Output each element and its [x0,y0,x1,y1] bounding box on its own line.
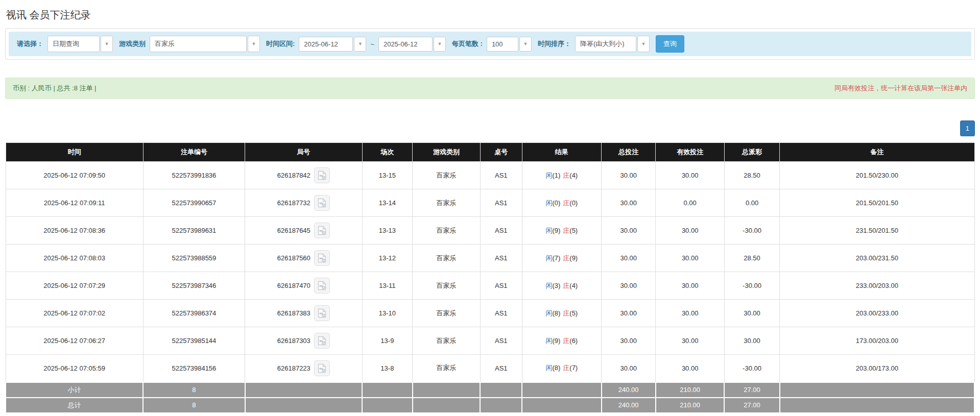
query-type-value[interactable]: 日期查询 [47,36,100,52]
bet-records-table: 时间 注单编号 局号 场次 游戏类别 桌号 结果 总投注 有效投注 总派彩 备注… [5,142,975,413]
total-total-bet: 240.00 [602,398,656,413]
cell-round-id: 626187470 [245,272,363,300]
cell-remark: 201.50/230.00 [780,162,974,189]
video-replay-button[interactable] [314,250,330,266]
game-type-select[interactable]: 百家乐 ▼ [150,36,260,52]
cell-valid-bet: 30.00 [656,162,725,189]
page-1-button[interactable]: 1 [960,120,975,136]
video-replay-button[interactable] [314,305,330,321]
table-row: 2025-06-12 07:07:02 522573986374 6261873… [6,300,974,327]
video-replay-button[interactable] [314,360,330,376]
cell-remark: 203.00/233.00 [780,300,974,327]
date-from-picker[interactable]: 2025-06-12 ▼ [299,37,366,52]
cell-bet-id: 522573987346 [143,272,245,300]
total-bet-link[interactable]: 30.00 [602,217,656,244]
chevron-down-icon[interactable]: ▼ [354,37,366,52]
cell-table-no: AS1 [480,272,522,300]
cell-bet-id: 522573988559 [143,244,245,272]
banker-label: 庄 [563,309,569,317]
summary-warning-note: 同局有效投注，统一计算在该局第一张注单内 [834,84,967,93]
cell-payout: 0.00 [724,189,779,217]
cell-session: 13-11 [362,272,413,300]
round-id-value: 626187223 [277,364,310,372]
video-replay-button[interactable] [314,223,330,238]
cell-table-no: AS1 [480,327,522,355]
empty-cell [780,398,974,413]
game-type-value[interactable]: 百家乐 [150,36,247,52]
cell-bet-id: 522573985144 [143,327,245,355]
cell-payout: -30.00 [724,355,779,382]
video-replay-button[interactable] [314,167,330,183]
chevron-down-icon[interactable]: ▼ [248,36,260,52]
subtotal-payout: 27.00 [724,382,779,398]
cell-table-no: AS1 [480,355,522,382]
video-replay-button[interactable] [314,333,330,349]
total-bet-link[interactable]: 30.00 [602,162,656,189]
video-file-icon [318,253,326,263]
banker-label: 庄 [563,227,569,234]
search-button[interactable]: 查询 [656,35,684,53]
page: 视讯 会员下注纪录 请选择： 日期查询 ▼ 游戏类别 百家乐 ▼ 时间区间: 2… [0,0,980,416]
cell-session: 13-12 [362,244,413,272]
cell-table-no: AS1 [480,244,522,272]
header-valid-bet: 有效投注 [656,143,725,162]
total-bet-link[interactable]: 30.00 [602,300,656,327]
cell-remark: 231.50/201.50 [780,217,974,244]
empty-cell [413,398,481,413]
banker-score: (6) [569,337,578,345]
header-remark: 备注 [780,143,974,162]
round-id-value: 626187470 [277,282,310,289]
cell-valid-bet: 30.00 [656,300,725,327]
round-id-value: 626187383 [277,309,310,317]
cell-table-no: AS1 [480,162,522,189]
time-sort-label: 时间排序： [538,39,571,48]
chevron-down-icon[interactable]: ▼ [637,36,650,52]
round-id-value: 626187560 [277,254,310,262]
subtotal-valid-bet: 210.00 [656,382,725,398]
time-sort-select[interactable]: 降幂(由大到小) ▼ [575,36,650,52]
cell-valid-bet: 30.00 [656,244,725,272]
time-sort-value[interactable]: 降幂(由大到小) [575,36,636,52]
total-bet-link[interactable]: 30.00 [602,189,656,217]
date-to-value[interactable]: 2025-06-12 [378,37,433,52]
header-time: 时间 [6,143,143,162]
cell-game-type: 百家乐 [413,272,481,300]
banker-label: 庄 [563,172,569,179]
query-type-label: 请选择： [17,39,43,48]
chevron-down-icon[interactable]: ▼ [519,37,532,52]
table-row: 2025-06-12 07:09:11 522573990657 6261877… [6,189,974,217]
header-table-no: 桌号 [480,143,522,162]
cell-remark: 203.00/173.00 [780,355,974,382]
cell-game-type: 百家乐 [413,244,481,272]
page-size-select[interactable]: 100 ▼ [487,37,532,52]
player-score: (1) [552,172,560,179]
subtotal-label: 小计 [6,382,143,398]
query-type-select[interactable]: 日期查询 ▼ [47,36,113,52]
cell-result: 闲(9)庄(5) [522,217,602,244]
round-id-value: 626187842 [277,172,310,179]
cell-valid-bet: 0.00 [656,189,725,217]
video-replay-button[interactable] [314,195,330,211]
page-size-value[interactable]: 100 [487,37,518,52]
total-bet-link[interactable]: 30.00 [602,327,656,355]
video-replay-button[interactable] [314,278,330,293]
subtotal-count: 8 [143,382,245,398]
chevron-down-icon[interactable]: ▼ [434,37,446,52]
date-from-value[interactable]: 2025-06-12 [299,37,353,52]
video-file-icon [318,198,326,208]
date-to-picker[interactable]: 2025-06-12 ▼ [378,37,446,52]
chevron-down-icon[interactable]: ▼ [101,36,113,52]
header-total-bet: 总投注 [602,143,656,162]
total-bet-link[interactable]: 30.00 [602,244,656,272]
total-bet-link[interactable]: 30.00 [602,272,656,300]
banker-score: (5) [569,227,578,234]
video-file-icon [318,336,326,346]
empty-cell [780,382,974,398]
cell-time: 2025-06-12 07:09:11 [6,189,143,217]
cell-payout: -30.00 [724,217,779,244]
total-bet-link[interactable]: 30.00 [602,355,656,382]
game-type-label: 游戏类别 [119,39,146,48]
round-id-value: 626187645 [277,227,310,234]
table-row: 2025-06-12 07:09:50 522573991836 6261878… [6,162,974,189]
video-file-icon [318,226,326,235]
